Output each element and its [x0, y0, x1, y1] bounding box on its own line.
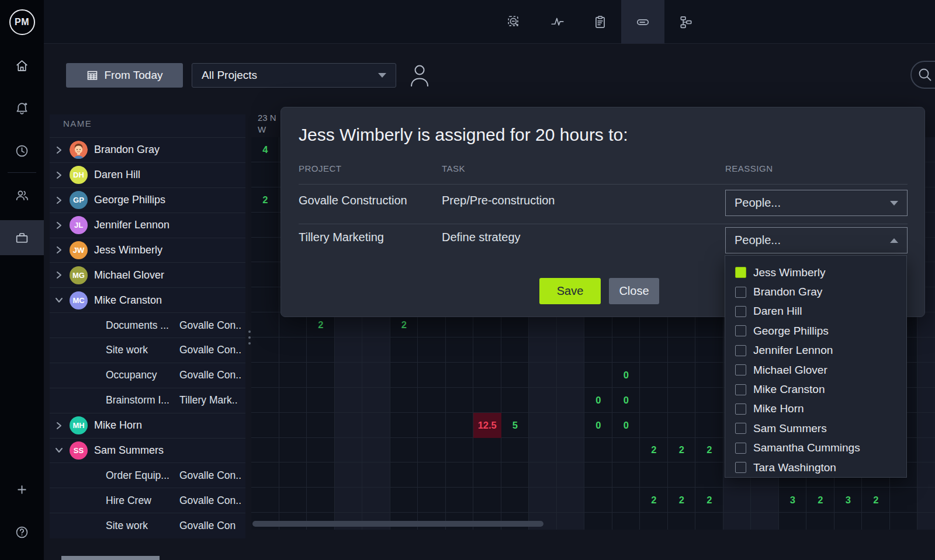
people-dropdown-list: Jess WimberlyBrandon GrayDaren HillGeorg…: [725, 255, 907, 478]
person-row[interactable]: GPGeorge Phillips: [50, 187, 245, 213]
task-row[interactable]: Documents ...Govalle Con..: [50, 312, 245, 338]
workload-cell[interactable]: 3: [834, 488, 863, 513]
workload-cell[interactable]: 2: [862, 488, 890, 513]
checkbox-unchecked[interactable]: [735, 443, 746, 454]
workload-cell[interactable]: 2: [806, 488, 834, 513]
dropdown-option[interactable]: Tara Washington: [725, 458, 906, 477]
checkbox-unchecked[interactable]: [735, 364, 746, 375]
workload-cell[interactable]: 4: [251, 137, 279, 162]
chevron-right-icon[interactable]: [54, 145, 64, 155]
dropdown-option[interactable]: Jennifer Lennon: [725, 341, 906, 360]
home-icon[interactable]: [0, 49, 44, 82]
chevron-right-icon[interactable]: [54, 270, 64, 280]
person-row[interactable]: MGMichael Glover: [50, 262, 245, 287]
people-icon[interactable]: [0, 179, 44, 211]
task-row[interactable]: Site workGovalle Con..: [50, 338, 245, 363]
checkbox-unchecked[interactable]: [735, 325, 746, 336]
dropdown-option[interactable]: Michael Glover: [725, 360, 906, 380]
chevron-right-icon[interactable]: [54, 221, 64, 230]
workload-cell[interactable]: 2: [695, 488, 723, 513]
dropdown-option[interactable]: George Phillips: [725, 321, 906, 340]
workload-cell[interactable]: 2: [668, 438, 696, 463]
chevron-right-icon[interactable]: [54, 171, 64, 180]
dropdown-option[interactable]: Mike Cranston: [725, 380, 906, 399]
dropdown-option[interactable]: Mike Horn: [725, 399, 906, 419]
workload-cell[interactable]: 0: [612, 363, 640, 388]
activity-icon[interactable]: [536, 0, 579, 44]
checkbox-unchecked[interactable]: [735, 306, 746, 317]
clock-icon[interactable]: [0, 134, 44, 167]
person-row[interactable]: MCMike Cranston: [50, 287, 245, 312]
save-button[interactable]: Save: [539, 278, 601, 304]
chevron-down-icon[interactable]: [54, 295, 64, 305]
workload-cell[interactable]: 2: [640, 438, 668, 463]
reassign-select-1[interactable]: People...: [725, 190, 908, 216]
person-name: Jennifer Lennon: [94, 219, 169, 231]
workload-cell[interactable]: 0: [612, 388, 640, 413]
workload-cell[interactable]: 2: [640, 488, 668, 513]
avatar: JL: [70, 216, 88, 234]
workload-cell[interactable]: 2: [668, 488, 696, 513]
avatar: MC: [70, 291, 88, 309]
project-filter-select[interactable]: All Projects: [192, 63, 396, 88]
pane-resize-handle[interactable]: [248, 331, 251, 345]
calendar-icon: [86, 69, 98, 81]
person-row[interactable]: MHMike Horn: [50, 413, 245, 438]
chevron-right-icon[interactable]: [54, 196, 64, 205]
person-row[interactable]: JWJess Wimberly: [50, 238, 245, 263]
help-icon[interactable]: [0, 516, 44, 548]
workload-cell[interactable]: 5: [501, 413, 529, 438]
dropdown-option[interactable]: Brandon Gray: [725, 282, 906, 301]
assignee-filter-icon[interactable]: [408, 62, 431, 88]
chevron-right-icon[interactable]: [54, 421, 64, 430]
checkbox-unchecked[interactable]: [735, 404, 746, 415]
checkbox-unchecked[interactable]: [735, 345, 746, 356]
person-row[interactable]: SSSam Summers: [50, 438, 245, 463]
bell-icon[interactable]: [0, 92, 44, 124]
task-row[interactable]: Brainstorm I...Tillery Mark..: [50, 388, 245, 413]
person-name: Sam Summers: [94, 444, 164, 457]
person-row[interactable]: DHDaren Hill: [50, 162, 245, 187]
person-row[interactable]: JLJennifer Lennon: [50, 213, 245, 238]
avatar: JW: [70, 241, 88, 259]
dropdown-option[interactable]: Samantha Cummings: [725, 439, 906, 458]
from-today-button[interactable]: From Today: [66, 63, 183, 88]
project-filter-value: All Projects: [202, 69, 257, 82]
clipboard-icon[interactable]: [579, 0, 622, 44]
zoom-area-icon[interactable]: [493, 0, 536, 44]
plus-icon[interactable]: [0, 473, 44, 506]
close-button[interactable]: Close: [609, 278, 659, 304]
person-row[interactable]: Brandon Gray: [50, 137, 245, 162]
search-button[interactable]: [910, 61, 935, 89]
task-row[interactable]: Order Equip...Govalle Con..: [50, 462, 245, 488]
checkbox-unchecked[interactable]: [735, 287, 746, 298]
task-project: Govalle Con..: [179, 495, 241, 507]
workload-cell[interactable]: 0: [612, 413, 640, 438]
task-name: Hire Crew: [106, 495, 151, 507]
checkbox-unchecked[interactable]: [735, 462, 746, 473]
workload-cell[interactable]: 3: [779, 488, 807, 513]
person-name: Brandon Gray: [94, 144, 160, 156]
checkbox-unchecked[interactable]: [735, 423, 746, 434]
workload-cell[interactable]: 0: [584, 413, 612, 438]
task-row[interactable]: Hire CrewGovalle Con..: [50, 488, 245, 513]
reassign-select-2[interactable]: People...: [725, 227, 908, 253]
org-chart-icon[interactable]: [664, 0, 708, 44]
checkbox-unchecked[interactable]: [735, 384, 746, 395]
workload-cell[interactable]: 2: [251, 187, 279, 213]
dropdown-option[interactable]: Daren Hill: [725, 302, 906, 321]
task-row[interactable]: OccupancyGovalle Con..: [50, 363, 245, 388]
task-row[interactable]: Site workGovalle Con: [50, 513, 245, 538]
chevron-right-icon[interactable]: [54, 245, 64, 255]
app-logo[interactable]: PM: [0, 0, 44, 44]
workload-cell[interactable]: 2: [695, 438, 723, 463]
workload-cell-overallocated[interactable]: 12.5: [473, 413, 501, 438]
briefcase-icon[interactable]: [0, 220, 44, 255]
checkbox-checked[interactable]: [735, 267, 746, 278]
dropdown-option[interactable]: Jess Wimberly: [725, 263, 906, 282]
workload-icon[interactable]: [621, 0, 664, 44]
dropdown-option[interactable]: Sam Summers: [725, 419, 906, 438]
workload-cell[interactable]: 0: [584, 388, 612, 413]
horizontal-scrollbar[interactable]: [252, 521, 543, 527]
chevron-down-icon[interactable]: [54, 446, 64, 455]
